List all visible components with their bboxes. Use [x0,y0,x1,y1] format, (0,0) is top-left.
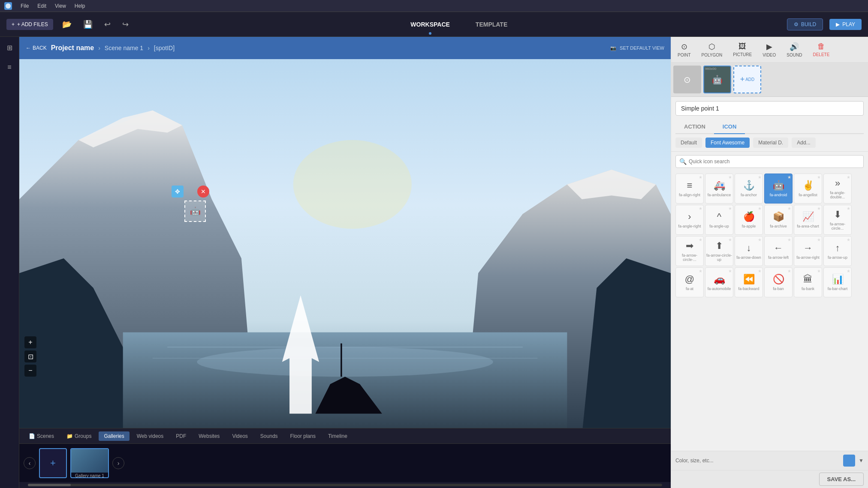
star-icon[interactable]: ★ [817,269,821,273]
tab-sounds[interactable]: Sounds [255,431,283,441]
star-icon[interactable]: ★ [699,175,702,180]
open-folder-button[interactable]: 📂 [60,17,74,32]
sub-tab-default[interactable]: Default [675,138,702,148]
icon-cell-bar-chart[interactable]: ★ 📊 fa-bar-chart [823,267,852,297]
zoom-out-button[interactable]: − [24,365,36,377]
icon-cell-arrow-down[interactable]: ★ ↓ fa-arrow-down [735,236,763,266]
save-button[interactable]: 💾 [81,17,95,32]
move-handle[interactable]: ✥ [172,186,184,198]
star-icon[interactable]: ★ [699,269,702,273]
star-icon[interactable]: ★ [728,269,732,273]
star-icon[interactable]: ★ [758,175,762,180]
icon-cell-android[interactable]: ★ 🤖 fa-android [764,174,793,204]
star-icon[interactable]: ★ [699,206,702,211]
sub-tab-font-awesome[interactable]: Font Awesome [705,138,750,148]
tab-galleries[interactable]: Galleries [99,431,129,441]
icon-cell-automobile[interactable]: ★ 🚗 fa-automobile [705,267,733,297]
icon-cell-archive[interactable]: ★ 📦 fa-archive [764,205,793,235]
thumb-item-2[interactable]: 🤖 960x00 [703,66,731,93]
action-tab[interactable]: ACTION [675,120,714,134]
star-icon[interactable]: ★ [699,237,702,242]
star-icon[interactable]: ★ [817,175,821,180]
delete-handle[interactable]: ✕ [197,186,209,198]
tab-groups[interactable]: 📁 Groups [61,431,96,441]
sub-tab-add[interactable]: Add... [792,138,815,148]
sidebar-scenes-icon[interactable]: ⊞ [4,41,15,54]
star-icon[interactable]: ★ [758,206,762,211]
menu-view[interactable]: View [55,3,66,9]
zoom-in-button[interactable]: + [24,336,36,348]
gallery-prev-button[interactable]: ‹ [24,457,36,469]
icon-cell-ambulance[interactable]: ★ 🚑 fa-ambulance [705,174,733,204]
add-files-button[interactable]: + + ADD FILES [6,19,53,30]
sidebar-layers-icon[interactable]: ≡ [5,61,14,74]
icon-cell-arrow-left[interactable]: ★ ← fa-arrow-left [764,236,793,266]
horizontal-scrollbar[interactable] [28,484,662,486]
icon-cell-ban[interactable]: ★ 🚫 fa-ban [764,267,793,297]
build-button[interactable]: ⚙ BUILD [787,18,823,30]
redo-button[interactable]: ↪ [120,17,131,32]
sub-tab-material-d[interactable]: Material D. [753,138,788,148]
canvas-container[interactable]: ✥ ✕ 🤖 + ⊡ − [19,59,671,428]
icon-search-input[interactable] [687,156,860,168]
icon-cell-arrow-circle-up[interactable]: ★ ⬆ fa-arrow-circle-up [705,236,733,266]
icon-cell-angle-right[interactable]: ★ › fa-angle-right [675,205,704,235]
zoom-fit-button[interactable]: ⊡ [24,350,36,362]
tool-polygon[interactable]: ⬡ POLYGON [697,40,727,60]
star-icon[interactable]: ★ [847,206,850,211]
undo-button[interactable]: ↩ [102,17,113,32]
dropdown-arrow[interactable]: ▼ [859,458,864,464]
gallery-next-button[interactable]: › [112,457,124,469]
tool-picture[interactable]: 🖼 PICTURE [729,40,756,59]
tab-timeline[interactable]: Timeline [323,431,353,441]
menu-file[interactable]: File [21,3,29,9]
icon-cell-angellist[interactable]: ★ ✌ fa-angellist [794,174,822,204]
star-icon[interactable]: ★ [787,206,791,211]
tab-websites[interactable]: Websites [193,431,225,441]
icon-cell-arrow-up[interactable]: ★ ↑ fa-arrow-up [823,236,852,266]
icon-cell-area-chart[interactable]: ★ 📈 fa-area-chart [794,205,822,235]
menu-help[interactable]: Help [75,3,85,9]
back-button[interactable]: ← BACK [26,45,47,51]
star-icon[interactable]: ★ [847,175,850,180]
tab-pdf[interactable]: PDF [171,431,191,441]
icon-cell-angle-up[interactable]: ★ ^ fa-angle-up [705,205,733,235]
tool-video[interactable]: ▶ VIDEO [758,40,780,60]
star-icon[interactable]: ★ [758,269,762,273]
tool-point[interactable]: ⊙ POINT [673,40,695,60]
star-icon[interactable]: ★ [787,175,791,180]
color-swatch[interactable] [843,455,855,467]
thumb-item-1[interactable]: ⊙ [673,66,701,93]
tab-scenes[interactable]: 📄 Scenes [24,431,59,441]
gallery-add-button[interactable]: + [39,448,67,478]
icon-overlay[interactable]: 🤖 [184,201,206,222]
tool-delete[interactable]: 🗑 DELETE [808,40,834,59]
icon-cell-at[interactable]: ★ @ fa-at [675,267,704,297]
gallery-thumbnail-1[interactable]: Gallery name 1 [70,448,109,478]
thumb-add-button[interactable]: + ADD [733,66,761,93]
icon-tab[interactable]: ICON [714,120,745,134]
star-icon[interactable]: ★ [847,269,850,273]
workspace-tab[interactable]: WORKSPACE [404,18,456,31]
tab-web-videos[interactable]: Web videos [132,431,169,441]
icon-cell-anchor[interactable]: ★ ⚓ fa-anchor [735,174,763,204]
star-icon[interactable]: ★ [787,269,791,273]
tab-floor-plans[interactable]: Floor plans [285,431,321,441]
icon-cell-arrow-circle[interactable]: ★ ⬇ fa-arrow-circle... [823,205,852,235]
star-icon[interactable]: ★ [728,175,732,180]
icon-cell-angle-double[interactable]: ★ » fa-angle-double... [823,174,852,204]
star-icon[interactable]: ★ [787,237,791,242]
set-default-view-btn[interactable]: 📷 SET DEFAULT VIEW [610,45,664,51]
star-icon[interactable]: ★ [817,206,821,211]
icon-cell-align-right[interactable]: ★ ≡ fa-align-right [675,174,704,204]
icon-cell-arrow-circle-r[interactable]: ★ ➡ fa-arrow-circle-... [675,236,704,266]
star-icon[interactable]: ★ [758,237,762,242]
star-icon[interactable]: ★ [847,237,850,242]
star-icon[interactable]: ★ [728,206,732,211]
point-name-input[interactable] [675,101,864,116]
icon-cell-arrow-right[interactable]: ★ → fa-arrow-right [794,236,822,266]
star-icon[interactable]: ★ [817,237,821,242]
icon-cell-backward[interactable]: ★ ⏪ fa-backward [735,267,763,297]
icon-cell-bank[interactable]: ★ 🏛 fa-bank [794,267,822,297]
menu-edit[interactable]: Edit [37,3,46,9]
